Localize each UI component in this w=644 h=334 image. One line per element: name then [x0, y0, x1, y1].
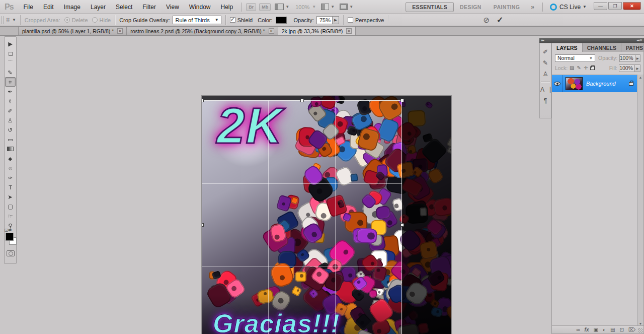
brush-tool[interactable]: ✐	[5, 106, 16, 115]
hand-tool[interactable]: ☞	[5, 211, 16, 221]
crop-guide-overlay-select[interactable]: Rule of Thirds ▼	[173, 16, 221, 24]
tool-presets-panel-icon[interactable]: ✎	[540, 57, 550, 69]
delete-radio[interactable]	[64, 17, 70, 23]
restore-button[interactable]: ❐	[608, 2, 622, 10]
layer-style-icon[interactable]: fx	[585, 327, 589, 332]
workspace-design[interactable]: DESIGN	[454, 3, 488, 12]
menu-layer[interactable]: Layer	[86, 0, 111, 14]
minimize-button[interactable]: —	[594, 2, 607, 10]
close-tab-icon[interactable]: ✕	[269, 28, 274, 34]
blend-mode-select[interactable]: Normal ▼	[555, 54, 595, 62]
arrange-documents-button[interactable]: ▼	[321, 4, 335, 10]
lock-all-icon[interactable]	[590, 66, 595, 70]
crop-marquee[interactable]	[202, 100, 402, 334]
crop-tool[interactable]: ⌗	[5, 77, 16, 87]
document-canvas[interactable]: 2K Gracias!!!	[202, 96, 451, 334]
lock-position-icon[interactable]: ✛	[584, 65, 588, 71]
dock-collapse-icon[interactable]: ◂◂ ✕	[636, 38, 642, 42]
crop-handle-top-left[interactable]	[202, 99, 204, 102]
mini-bridge-button[interactable]: Mb	[259, 3, 271, 11]
layer-thumbnail[interactable]	[566, 77, 583, 90]
cancel-crop-button[interactable]: ⊘	[483, 16, 490, 25]
crop-handle-mid-left[interactable]	[202, 223, 204, 227]
add-layer-mask-icon[interactable]: ▣	[594, 327, 598, 332]
path-selection-tool[interactable]: ➤	[5, 192, 16, 202]
tool-preset-picker[interactable]: ⌗ ▼	[6, 16, 16, 24]
shield-color-swatch[interactable]	[276, 17, 287, 24]
perspective-checkbox[interactable]	[348, 17, 353, 23]
close-button[interactable]: ✕	[623, 2, 641, 10]
delete-layer-icon[interactable]: ⌦	[628, 327, 635, 332]
layer-opacity-slider-button[interactable]: ▶	[635, 54, 640, 62]
dock-expand-icon[interactable]: ▸▸	[541, 38, 544, 42]
swap-colors-icon[interactable]: ◲⇄	[5, 228, 12, 232]
menu-select[interactable]: Select	[111, 0, 137, 14]
panel-tab-paths[interactable]: PATHS	[621, 43, 644, 52]
panel-tab-layers[interactable]: LAYERS	[552, 43, 583, 52]
close-tab-icon[interactable]: ✕	[346, 28, 352, 34]
opacity-input[interactable]: 75%	[316, 16, 333, 24]
opacity-slider-button[interactable]: ▶	[333, 16, 339, 24]
history-brush-tool[interactable]: ↺	[5, 125, 16, 135]
document-tab-0[interactable]: plantilla.psd @ 50% (Layer 1, RGB/8) *✕	[18, 27, 127, 35]
quick-mask-button[interactable]	[7, 250, 15, 256]
document-tab-1[interactable]: rostro lineas 2.psd @ 25% (Background co…	[127, 27, 278, 35]
hide-radio[interactable]	[92, 17, 98, 23]
crop-handle-top-center[interactable]	[300, 99, 304, 102]
zoom-level-control[interactable]: 100%▼	[294, 4, 316, 10]
close-tab-icon[interactable]: ✕	[117, 28, 123, 34]
resize-grip[interactable]	[638, 328, 643, 333]
rectangular-marquee-tool[interactable]: ◻	[5, 48, 16, 58]
workspace-overflow-button[interactable]: »	[526, 4, 539, 11]
document-tab-2[interactable]: 2k.jpg @ 33,3% (RGB/8#)✕	[278, 27, 356, 35]
new-layer-icon[interactable]: ⊡	[619, 327, 623, 332]
workspace-essentials[interactable]: ESSENTIALS	[406, 2, 454, 12]
layer-opacity-input[interactable]: 100%	[619, 54, 635, 62]
clone-stamp-tool[interactable]: ♙	[5, 115, 16, 125]
view-extras-button[interactable]: ▼	[275, 4, 289, 10]
menu-image[interactable]: Image	[59, 0, 86, 14]
dodge-tool[interactable]: ⌾	[5, 163, 16, 173]
menu-help[interactable]: Help	[216, 0, 238, 14]
brushes-panel-icon[interactable]: ✐	[540, 46, 550, 57]
panel-tab-channels[interactable]: CHANNELS	[583, 43, 621, 52]
menu-file[interactable]: File	[19, 0, 38, 14]
clone-source-panel-icon[interactable]: ♙	[540, 69, 550, 80]
options-grip[interactable]	[2, 16, 4, 24]
menu-edit[interactable]: Edit	[38, 0, 59, 14]
layer-list-scrollbar[interactable]: ▲ ▼	[637, 75, 643, 326]
move-tool[interactable]: ▶	[5, 39, 16, 48]
crop-handle-mid-right[interactable]	[400, 223, 404, 227]
lock-transparency-icon[interactable]: ▨	[570, 65, 574, 71]
eyedropper-tool[interactable]: ✒	[5, 87, 16, 96]
quick-selection-tool[interactable]: ✎	[5, 68, 16, 77]
lasso-tool[interactable]: ⌒	[5, 58, 16, 68]
panel-dock-bar[interactable]: ▸▸ ◂◂ ✕	[539, 38, 644, 43]
layer-fill-slider-button[interactable]: ▶	[635, 64, 640, 72]
blur-tool[interactable]: ⬥	[5, 154, 16, 163]
type-tool[interactable]: T	[5, 182, 16, 192]
healing-brush-tool[interactable]: ⚕	[5, 96, 16, 106]
scroll-down-icon[interactable]: ▼	[639, 322, 642, 325]
adjustment-layer-icon[interactable]: ◐	[603, 327, 606, 332]
lock-paint-icon[interactable]: ✎	[577, 65, 581, 71]
bridge-button[interactable]: Br	[246, 3, 256, 11]
rectangle-shape-tool[interactable]: ▢	[5, 202, 16, 211]
link-layers-icon[interactable]: ∞	[576, 327, 580, 332]
gradient-tool[interactable]	[5, 144, 16, 154]
layer-fill-input[interactable]: 100%	[619, 64, 635, 72]
paragraph-panel-icon[interactable]: ¶	[540, 95, 550, 106]
scroll-up-icon[interactable]: ▲	[639, 76, 642, 79]
menu-view[interactable]: View	[161, 0, 184, 14]
layer-visibility-cell[interactable]	[552, 75, 563, 92]
crop-handle-top-right[interactable]	[400, 99, 404, 102]
commit-crop-button[interactable]: ✓	[497, 15, 503, 25]
shield-checkbox[interactable]	[230, 17, 235, 23]
layer-row-background[interactable]: Background	[552, 75, 637, 92]
new-group-icon[interactable]: ▤	[610, 327, 615, 332]
character-panel-icon[interactable]: A⎹	[540, 84, 550, 95]
eraser-tool[interactable]: ▭	[5, 135, 16, 144]
menu-filter[interactable]: Filter	[137, 0, 161, 14]
cs-live-button[interactable]: CS Live ▼	[550, 4, 587, 11]
foreground-color-swatch[interactable]	[6, 233, 14, 241]
